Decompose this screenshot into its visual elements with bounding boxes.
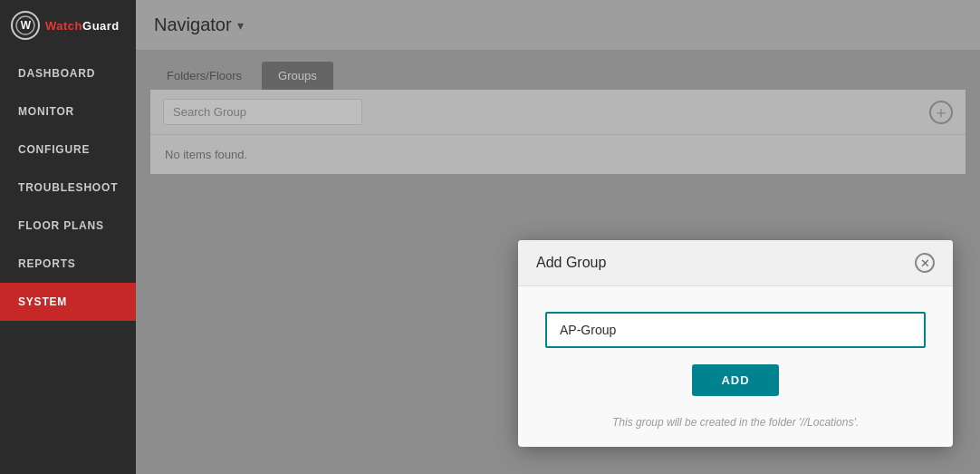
sidebar-nav: DASHBOARD MONITOR CONFIGURE TROUBLESHOOT… xyxy=(0,54,136,321)
navigator-title-text: Navigator xyxy=(154,15,232,35)
logo: W WatchGuard xyxy=(0,0,136,51)
brand-name: WatchGuard xyxy=(45,19,120,33)
group-name-input[interactable] xyxy=(545,312,926,348)
modal-close-button[interactable]: ✕ xyxy=(915,253,935,273)
content-area: Folders/Floors Groups ＋ No items found. … xyxy=(136,51,980,474)
add-group-modal: Add Group ✕ ADD This group will be creat… xyxy=(518,240,953,447)
logo-icon: W xyxy=(11,11,40,40)
page-title: Navigator ▾ xyxy=(154,15,244,35)
sidebar-item-troubleshoot[interactable]: TROUBLESHOOT xyxy=(0,169,136,207)
modal-title: Add Group xyxy=(536,255,606,271)
sidebar: W WatchGuard DASHBOARD MONITOR CONFIGURE… xyxy=(0,0,136,474)
navigator-chevron-icon[interactable]: ▾ xyxy=(237,18,244,33)
modal-backdrop: Add Group ✕ ADD This group will be creat… xyxy=(136,51,980,474)
modal-body: ADD This group will be created in the fo… xyxy=(518,286,953,447)
sidebar-item-system[interactable]: SYSTEM xyxy=(0,283,136,321)
svg-text:W: W xyxy=(21,19,32,32)
sidebar-item-dashboard[interactable]: DASHBOARD xyxy=(0,54,136,92)
modal-note: This group will be created in the folder… xyxy=(612,416,859,429)
sidebar-item-reports[interactable]: REPORTS xyxy=(0,245,136,283)
main-header: Navigator ▾ xyxy=(136,0,980,51)
sidebar-item-configure[interactable]: CONFIGURE xyxy=(0,131,136,169)
sidebar-item-monitor[interactable]: MONITOR xyxy=(0,92,136,131)
main-content: Navigator ▾ Folders/Floors Groups ＋ No i… xyxy=(136,0,980,474)
modal-header: Add Group ✕ xyxy=(518,240,953,286)
add-button[interactable]: ADD xyxy=(692,364,778,396)
sidebar-item-floor-plans[interactable]: FLOOR PLANS xyxy=(0,207,136,245)
